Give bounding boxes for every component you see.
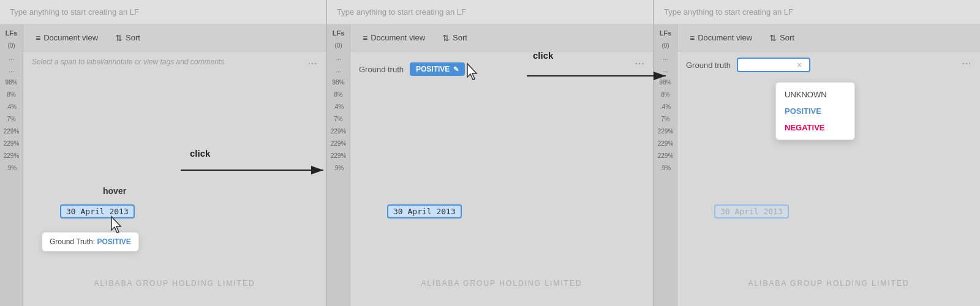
company-name-1: ALIBABA GROUP HOLDING LIMITED [94,279,255,288]
ground-truth-bar-2: Ground truth POSITIVE ✎ [359,58,644,81]
search-bar-3: Type anything to start creating an LF [654,0,980,24]
dropdown-trigger-3[interactable]: × [737,58,810,72]
sort-btn-3[interactable]: ⇅ Sort [766,31,798,45]
company-name-3: ALIBABA GROUP HOLDING LIMITED [748,279,909,288]
main-content-1: ≡ Document view ⇅ Sort ⋯ Select a span t… [23,24,326,306]
sort-label-2: Sort [453,33,467,42]
main-content-2: ≡ Document view ⇅ Sort ⋯ Ground truth PO… [350,24,653,306]
three-dot-1[interactable]: ⋯ [307,58,317,69]
span-highlight-2[interactable]: 30 April 2013 [387,204,462,218]
edit-icon-2: ✎ [453,65,459,73]
document-view-label-3: Document view [698,33,752,42]
main-content-3: ≡ Document view ⇅ Sort ⋯ Ground truth [677,24,980,306]
search-bar-placeholder-3: Type anything to start creating an LF [664,7,793,17]
dropdown-panel-3: UNKNOWN POSITIVE NEGATIVE [775,82,855,140]
svg-marker-1 [467,64,477,80]
hamburger-icon-1: ≡ [36,33,40,43]
stat-1-8: 229% [4,138,20,149]
panel-3: Type anything to start creating an LF LF… [654,0,980,306]
stat-1-5: .4% [6,102,17,113]
toolbar-3: ≡ Document view ⇅ Sort [677,24,980,51]
sort-btn-2[interactable]: ⇅ Sort [439,31,471,45]
hover-label: hover [103,186,126,196]
dropdown-item-unknown[interactable]: UNKNOWN [776,86,854,103]
panel-1: Type anything to start creating an LF LF… [0,0,326,306]
toolbar-2: ≡ Document view ⇅ Sort [350,24,653,51]
lfs-label-3: LFs [660,29,672,37]
dropdown-item-negative[interactable]: NEGATIVE [776,119,854,136]
sidebar-2: LFs (0) ... ... 98% 8% .4% 7% 229% 229% … [327,24,350,306]
dropdown-item-positive[interactable]: POSITIVE [776,103,854,119]
dropdown-clear-btn-3[interactable]: × [797,60,802,70]
company-name-2: ALIBABA GROUP HOLDING LIMITED [421,279,582,288]
document-view-label-1: Document view [43,33,98,42]
stat-1-10: .9% [6,163,17,174]
gt-label-2: Ground truth [359,65,404,74]
span-highlight-3[interactable]: 30 April 2013 [714,204,789,218]
select-hint-1: Select a span to label/annotate or view … [32,58,317,66]
document-view-btn-3[interactable]: ≡ Document view [686,31,756,45]
hover-tooltip-1: Ground Truth: POSITIVE [42,232,139,252]
toolbar-1: ≡ Document view ⇅ Sort [23,24,326,51]
gt-value-2: POSITIVE [416,65,450,73]
doc-area-3: ⋯ Ground truth × UNKNOWN POSITIVE [677,51,980,306]
document-view-label-2: Document view [371,33,425,42]
span-container-3: 30 April 2013 [714,204,789,218]
arrow2-label: click [533,50,553,61]
three-dot-3[interactable]: ⋯ [962,58,971,69]
document-view-btn-1[interactable]: ≡ Document view [32,31,102,45]
stat-1-3: 98% [5,77,17,88]
stat-1-0: (0) [7,40,15,51]
tooltip-value-1: POSITIVE [97,237,130,246]
document-view-btn-2[interactable]: ≡ Document view [359,31,429,45]
span-container-2: 30 April 2013 [387,204,462,218]
doc-area-2: ⋯ Ground truth POSITIVE ✎ [350,51,653,306]
cursor-icon-1 [109,215,124,234]
panel-2: Type anything to start creating an LF LF… [327,0,653,306]
search-bar-placeholder-2: Type anything to start creating an LF [337,7,466,17]
lfs-label-1: LFs [6,29,18,37]
gt-label-3: Ground truth [686,61,731,70]
sort-label-3: Sort [780,33,794,42]
stat-1-9: 229% [4,151,20,162]
stat-1-7: 229% [4,126,20,137]
search-bar-placeholder-1: Type anything to start creating an LF [10,7,139,17]
search-bar-2: Type anything to start creating an LF [327,0,653,24]
lfs-label-2: LFs [333,29,345,37]
gt-badge-2[interactable]: POSITIVE ✎ [410,62,465,76]
sort-label-1: Sort [126,33,140,42]
sort-icon-1: ⇅ [115,33,123,43]
sort-btn-1[interactable]: ⇅ Sort [111,31,144,45]
stat-1-1: ... [9,53,13,64]
three-dot-2[interactable]: ⋯ [635,58,644,69]
sidebar-3: LFs (0) ... ... 98% 8% .4% 7% 229% 229% … [654,24,677,306]
panel-body-3: LFs (0) ... ... 98% 8% .4% 7% 229% 229% … [654,24,980,306]
tooltip-prefix-1: Ground Truth: [50,237,97,246]
dropdown-search-3[interactable] [742,61,797,70]
svg-marker-0 [111,217,121,233]
stat-1-6: 7% [7,114,15,125]
arrow1-label: click [190,148,210,159]
panels-container: Type anything to start creating an LF LF… [0,0,980,306]
panel-body-2: LFs (0) ... ... 98% 8% .4% 7% 229% 229% … [327,24,653,306]
stat-1-4: 8% [7,89,15,100]
doc-area-1: ⋯ Select a span to label/annotate or vie… [23,51,326,306]
cursor-icon-2 [465,62,480,81]
span-container-1: 30 April 2013 [60,204,135,218]
sidebar-1: LFs (0) ... ... 98% 8% .4% 7% 229% 229% … [0,24,23,306]
stat-1-2: ... [9,65,13,76]
search-bar-1: Type anything to start creating an LF [0,0,326,24]
panel-body-1: LFs (0) ... ... 98% 8% .4% 7% 229% 229% … [0,24,326,306]
ground-truth-bar-3: Ground truth × [686,58,971,72]
